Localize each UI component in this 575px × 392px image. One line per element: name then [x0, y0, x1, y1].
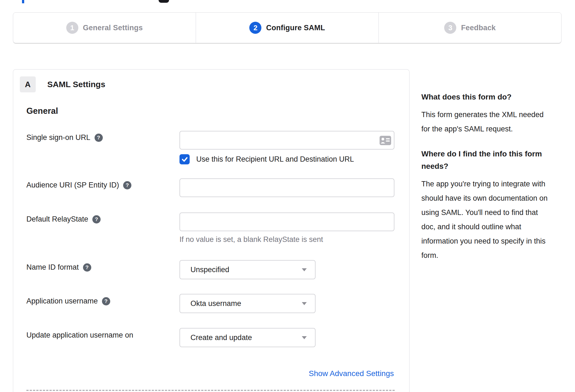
help-icon[interactable]: ?: [83, 263, 91, 272]
sidebar-paragraph-where: The app you're trying to integrate with …: [421, 177, 563, 263]
update-app-username-label: Update application username on: [26, 331, 133, 339]
name-id-format-label: Name ID format ?: [26, 263, 91, 272]
saml-wizard-screen: 1 General Settings 2 Configure SAML 3 Fe…: [0, 0, 575, 392]
help-icon[interactable]: ?: [95, 134, 103, 142]
cropped-blue-header-fragment: [22, 0, 24, 3]
sso-url-label: Single sign-on URL ?: [26, 133, 103, 142]
chevron-down-icon: [302, 302, 307, 305]
sidebar-paragraph-what: This form generates the XML needed for t…: [421, 107, 563, 136]
saml-settings-panel: A SAML Settings General Single sign-on U…: [13, 69, 410, 392]
step-label: Feedback: [461, 24, 496, 32]
stepper-step-configure-saml[interactable]: 2 Configure SAML: [196, 13, 378, 43]
wizard-stepper: 1 General Settings 2 Configure SAML 3 Fe…: [13, 12, 562, 43]
help-icon[interactable]: ?: [102, 297, 110, 305]
recipient-url-checkbox-label[interactable]: Use this for Recipient URL and Destinati…: [196, 155, 354, 164]
audience-uri-label: Audience URI (SP Entity ID) ?: [26, 181, 131, 189]
relay-state-helper-text: If no value is set, a blank RelayState i…: [179, 235, 323, 244]
recipient-url-checkbox[interactable]: [179, 154, 190, 164]
step-number-badge: 1: [66, 22, 78, 34]
update-app-username-select[interactable]: Create and update: [179, 328, 316, 347]
help-icon[interactable]: ?: [92, 215, 101, 223]
update-app-username-value: Create and update: [190, 333, 302, 342]
help-sidebar: What does this form do? This form genera…: [421, 91, 563, 274]
cropped-black-icon-fragment: [159, 0, 169, 3]
stepper-step-feedback[interactable]: 3 Feedback: [378, 13, 561, 43]
help-icon[interactable]: ?: [123, 181, 131, 189]
dashed-divider: [26, 390, 395, 391]
section-badge: A: [20, 76, 36, 92]
chevron-down-icon: [302, 336, 307, 339]
relay-state-label: Default RelayState ?: [26, 215, 101, 223]
step-label: General Settings: [83, 24, 143, 32]
panel-title: SAML Settings: [47, 80, 105, 89]
stepper-step-general-settings[interactable]: 1 General Settings: [13, 13, 196, 43]
step-number-badge: 2: [249, 22, 261, 34]
checkmark-icon: [181, 156, 188, 163]
relay-state-input[interactable]: [179, 212, 394, 231]
sidebar-heading-what: What does this form do?: [421, 91, 563, 103]
app-username-select[interactable]: Okta username: [179, 294, 316, 313]
panel-header: A SAML Settings: [20, 76, 105, 92]
name-id-format-value: Unspecified: [190, 266, 302, 274]
chevron-down-icon: [302, 268, 307, 271]
sidebar-heading-where: Where do I find the info this form needs…: [421, 148, 563, 172]
group-title-general: General: [26, 106, 58, 116]
show-advanced-settings-link[interactable]: Show Advanced Settings: [309, 369, 394, 378]
name-id-format-select[interactable]: Unspecified: [179, 260, 316, 279]
audience-uri-input[interactable]: [179, 178, 394, 197]
sso-url-input[interactable]: [179, 131, 394, 150]
app-username-label: Application username ?: [26, 297, 110, 305]
step-label: Configure SAML: [266, 24, 325, 32]
step-number-badge: 3: [444, 22, 456, 34]
recipient-url-checkbox-row: Use this for Recipient URL and Destinati…: [179, 154, 354, 164]
app-username-value: Okta username: [190, 299, 302, 308]
